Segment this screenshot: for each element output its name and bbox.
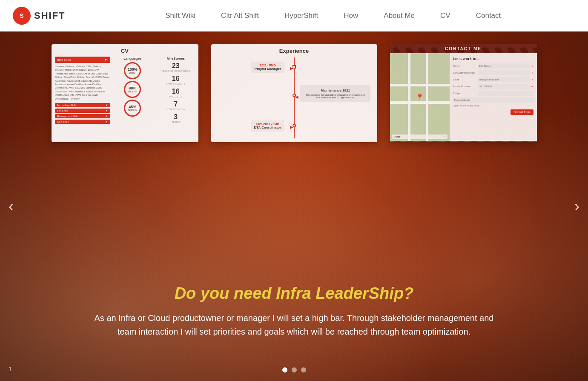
infra-skills-bar: Infra Skills ▼ xyxy=(55,57,110,63)
page-number: 1 xyxy=(9,366,12,372)
phone-input[interactable] xyxy=(478,84,530,89)
nav-hypershift[interactable]: HyperShift xyxy=(284,11,318,20)
svg-text:S: S xyxy=(20,12,23,19)
name-input[interactable] xyxy=(478,63,530,69)
nav-how[interactable]: How xyxy=(344,11,358,20)
milestone-coffees: 7 COFFEES A DAY xyxy=(157,100,195,111)
carousel-prev-button[interactable]: ‹ xyxy=(9,198,14,215)
logo[interactable]: S SHIFT xyxy=(13,7,66,25)
nav-shift-wiki[interactable]: Shift Wiki xyxy=(165,11,195,20)
experience-preview-card: Experience 2021 - FMO Project Manager ▶ xyxy=(211,44,377,142)
carousel-dots xyxy=(282,367,306,372)
header: S SHIFT Shift Wiki Cltr Alt Shift HyperS… xyxy=(0,0,588,32)
contact-preview-card: CONTACT ME 📍 Google - + xyxy=(390,44,537,142)
cv-skill-text: VMware vSphere, VMware SRM, NetApp Stora… xyxy=(55,65,110,100)
hero-section: CV Infra Skills ▼ VMware vSphere, VMware… xyxy=(0,32,588,381)
main-nav: Shift Wiki Cltr Alt Shift HyperShift How… xyxy=(91,11,575,20)
mgmt-skills-bar: Management Skills ▼ xyxy=(55,114,110,118)
contact-form: Let's work to... Name + Contact Preferen… xyxy=(450,53,537,141)
hero-subtext: As an Infra or Cloud productowner or man… xyxy=(85,311,503,338)
exp-card-title: Experience xyxy=(215,48,374,54)
contact-form-title: Let's work to... xyxy=(453,57,534,61)
cv-card-title: CV xyxy=(55,48,195,54)
nav-contact[interactable]: Contact xyxy=(476,11,501,20)
contact-pref-input[interactable] xyxy=(478,70,530,75)
milestone-teams: 3 TEAMS xyxy=(157,113,195,123)
logo-text: SHIFT xyxy=(34,10,66,21)
tech-skills-bar: Technology Skills ▼ xyxy=(55,103,110,107)
subject-input[interactable] xyxy=(478,91,534,96)
milestone-clients: 16 HAPPY CLIENTS xyxy=(157,75,195,85)
logo-icon: S xyxy=(13,7,31,25)
map-pin: 📍 xyxy=(416,93,424,101)
cv-preview-card: CV Infra Skills ▼ VMware vSphere, VMware… xyxy=(52,44,198,142)
privacy-text: I agree on the privacy policy xyxy=(453,104,534,107)
nav-about-me[interactable]: About Me xyxy=(384,11,415,20)
contact-map: 📍 Google - + xyxy=(390,53,450,141)
milestone-projects: 16 PROJECTS xyxy=(157,88,195,98)
carousel-dot-1[interactable] xyxy=(282,367,287,372)
soft-skills-bar: Soft Skills ▼ xyxy=(55,109,110,113)
preview-strip: CV Infra Skills ▼ VMware vSphere, VMware… xyxy=(0,44,588,142)
nav-cltr-alt-shift[interactable]: Cltr Alt Shift xyxy=(221,11,259,20)
hero-headline: Do you need Infra LeaderShip? xyxy=(85,284,503,303)
milestone-years: 23 YEARS OF EXPERIENCE xyxy=(157,62,195,72)
contact-me-header: CONTACT ME xyxy=(390,44,537,53)
web-skills-bar: Web Skills ▼ xyxy=(55,120,110,124)
submit-button[interactable]: Submit form xyxy=(511,109,534,115)
carousel-dot-3[interactable] xyxy=(301,367,306,372)
dutch-circle: 100% DUTCH xyxy=(124,62,141,79)
english-circle: 99% ENGLISH xyxy=(124,81,141,98)
email-input[interactable] xyxy=(478,77,530,82)
nav-cv[interactable]: CV xyxy=(440,11,450,20)
elaborate-input[interactable] xyxy=(453,97,534,103)
carousel-dot-2[interactable] xyxy=(292,367,297,372)
hero-content: Do you need Infra LeaderShip? As an Infr… xyxy=(0,284,588,338)
spanish-circle: 45% SPANISH xyxy=(124,100,141,117)
carousel-next-button[interactable]: › xyxy=(574,198,579,215)
